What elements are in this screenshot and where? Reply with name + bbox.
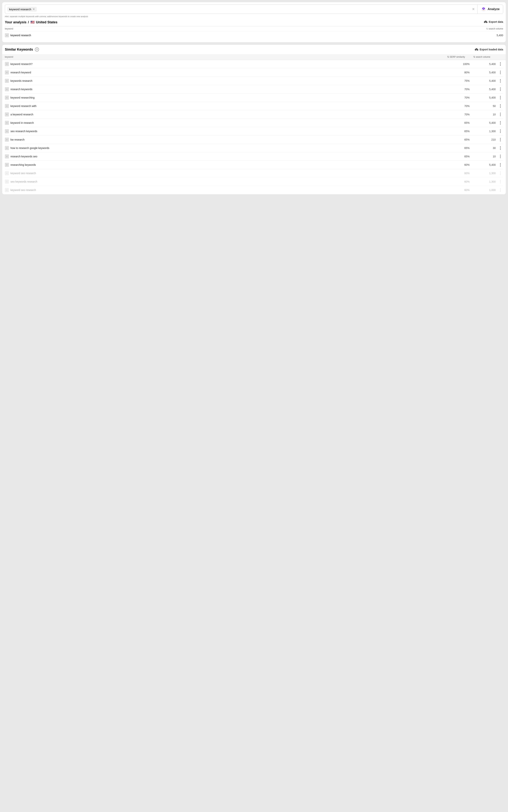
- similar-row: + keywords research 75% 5,400: [5, 77, 503, 85]
- similar-folder-icon[interactable]: +: [5, 121, 9, 125]
- volume-value: 5,400: [473, 88, 498, 91]
- similar-folder-icon[interactable]: +: [5, 104, 9, 108]
- row-menu-button[interactable]: [498, 87, 503, 91]
- serp-value: 70%: [447, 96, 473, 99]
- row-menu-button[interactable]: [498, 79, 503, 82]
- similar-kw-text: researching keywords: [10, 163, 36, 166]
- similar-title-text: Similar Keywords: [5, 48, 33, 51]
- similar-col-volume[interactable]: ⇅ search volume: [473, 56, 498, 58]
- similar-kw-text: keyword in research: [10, 121, 34, 124]
- similar-kw-name: + keywords research: [5, 79, 447, 83]
- similar-kw-name: + research keyword: [5, 70, 447, 75]
- similar-folder-icon[interactable]: +: [5, 129, 9, 133]
- similar-folder-icon[interactable]: +: [5, 112, 9, 117]
- export-data-button[interactable]: Export data: [483, 20, 503, 24]
- volume-value: 5,400: [473, 163, 498, 166]
- similar-folder-icon[interactable]: +: [5, 146, 9, 150]
- folder-icon[interactable]: +: [5, 33, 9, 37]
- serp-value: 60%: [447, 172, 473, 175]
- vol-col-label: search volume: [476, 56, 490, 58]
- analyze-button[interactable]: Analyze: [477, 5, 503, 14]
- keyword-chip[interactable]: keyword research ✕: [7, 7, 37, 11]
- similar-kw-name: + seo research keywords: [5, 129, 447, 133]
- row-menu-button[interactable]: [498, 96, 503, 99]
- chip-close-icon[interactable]: ✕: [33, 8, 35, 11]
- similar-folder-icon[interactable]: +: [5, 154, 9, 159]
- similar-row: + keyword research with 70% 50: [5, 102, 503, 110]
- similar-folder-icon[interactable]: +: [5, 62, 9, 66]
- similar-row: + research keyword 80% 5,400: [5, 68, 503, 77]
- similar-folder-icon[interactable]: +: [5, 188, 9, 192]
- volume-value: 5,400: [473, 71, 498, 74]
- search-clear-icon[interactable]: ✕: [469, 7, 477, 11]
- row-menu-button[interactable]: [498, 71, 503, 74]
- volume-value: 1,300: [473, 180, 498, 183]
- analysis-volume-value: 5,400: [497, 34, 503, 37]
- analysis-keyword-text: keyword research: [10, 34, 31, 37]
- similar-row: + how to research google keywords 65% 30: [5, 144, 503, 152]
- similar-kw-name: + research keywords seo: [5, 154, 447, 159]
- flag-icon: 🇺🇸: [31, 20, 35, 24]
- volume-value: 1,000: [473, 189, 498, 192]
- serp-col-label: SERP similarity: [450, 56, 465, 58]
- row-menu-button[interactable]: [498, 63, 503, 66]
- analysis-row: + keyword research 5,400: [5, 31, 503, 39]
- row-menu-button[interactable]: [498, 104, 503, 108]
- serp-value: 65%: [447, 138, 473, 141]
- col-header-keyword[interactable]: keyword: [5, 28, 13, 30]
- similar-table: + keyword research? 100% 5,400 + researc…: [5, 60, 503, 194]
- volume-value: 10: [473, 113, 498, 116]
- similar-kw-name: + how to research google keywords: [5, 146, 447, 150]
- similar-kw-text: keywords research: [10, 79, 33, 82]
- similar-row: + research keywords 70% 5,400: [5, 85, 503, 93]
- similar-kw-text: keyword seo research: [10, 189, 36, 192]
- volume-value: 210: [473, 138, 498, 141]
- row-menu-button[interactable]: [498, 129, 503, 133]
- volume-value: 30: [473, 147, 498, 150]
- similar-kw-name: + keyword seo research: [5, 188, 447, 192]
- similar-kw-text: keyword research with: [10, 105, 36, 108]
- row-menu-button[interactable]: [498, 188, 503, 192]
- row-menu-button[interactable]: [498, 121, 503, 124]
- row-menu-button[interactable]: [498, 171, 503, 175]
- similar-col-serp[interactable]: ⇅ SERP similarity: [447, 56, 473, 58]
- serp-value: 60%: [447, 163, 473, 166]
- similar-folder-icon[interactable]: +: [5, 70, 9, 75]
- serp-value: 65%: [447, 155, 473, 158]
- serp-value: 65%: [447, 130, 473, 133]
- similar-row: + keyword seo research 60% 1,300: [5, 169, 503, 177]
- similar-col-keyword[interactable]: keyword: [5, 56, 447, 58]
- similar-folder-icon[interactable]: +: [5, 163, 9, 167]
- similar-section: Similar Keywords ? Export loaded data ke…: [2, 45, 506, 194]
- col-header-volume[interactable]: ⇅ search volume: [486, 28, 503, 30]
- similar-folder-icon[interactable]: +: [5, 87, 9, 91]
- row-menu-button[interactable]: [498, 163, 503, 166]
- search-input-area[interactable]: keyword research ✕: [5, 5, 469, 13]
- export-cloud-icon: [483, 20, 488, 24]
- export-loaded-button[interactable]: Export loaded data: [474, 48, 503, 51]
- row-menu-button[interactable]: [498, 113, 503, 116]
- similar-folder-icon[interactable]: +: [5, 137, 9, 142]
- chip-text: keyword research: [9, 8, 31, 11]
- help-icon[interactable]: ?: [35, 47, 39, 51]
- similar-kw-text: research keyword: [10, 71, 31, 74]
- similar-kw-name: + research keywords: [5, 87, 447, 91]
- similar-kw-text: seo keywords research: [10, 180, 37, 183]
- row-menu-button[interactable]: [498, 180, 503, 183]
- serp-sort-icon: ⇅: [447, 56, 449, 58]
- row-menu-button[interactable]: [498, 155, 503, 158]
- similar-row: + kw research 65% 210: [5, 135, 503, 144]
- similar-folder-icon[interactable]: +: [5, 179, 9, 184]
- analysis-title-text: Your analysis: [5, 21, 27, 24]
- search-bar: keyword research ✕ ✕ Analyze: [5, 4, 503, 14]
- volume-value: 50: [473, 105, 498, 108]
- serp-value: 65%: [447, 147, 473, 150]
- similar-kw-text: how to research google keywords: [10, 147, 49, 150]
- export-loaded-label: Export loaded data: [480, 48, 503, 51]
- volume-value: 5,400: [473, 63, 498, 66]
- row-menu-button[interactable]: [498, 138, 503, 141]
- similar-folder-icon[interactable]: +: [5, 79, 9, 83]
- similar-folder-icon[interactable]: +: [5, 171, 9, 175]
- similar-folder-icon[interactable]: +: [5, 95, 9, 100]
- row-menu-button[interactable]: [498, 146, 503, 150]
